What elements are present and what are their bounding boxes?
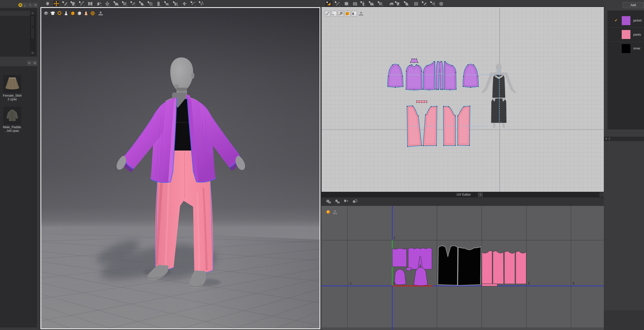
svg-text:4: 4 xyxy=(573,281,574,285)
svg-text:-1: -1 xyxy=(349,281,352,285)
svg-text:0: 0 xyxy=(394,281,395,285)
svg-text:3: 3 xyxy=(528,281,530,285)
svg-text:1: 1 xyxy=(394,236,395,239)
